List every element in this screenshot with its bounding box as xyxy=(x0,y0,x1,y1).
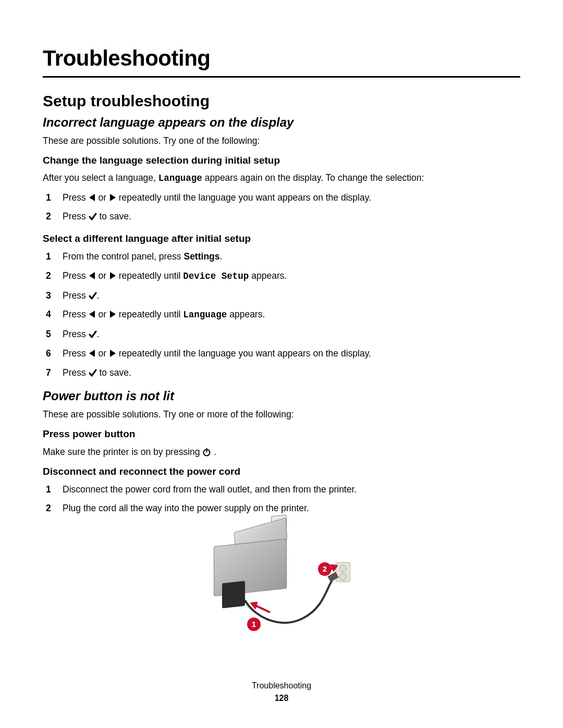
svg-marker-5 xyxy=(110,311,116,318)
text: appears. xyxy=(227,309,265,319)
svg-marker-3 xyxy=(110,272,116,279)
step-item: 4 Press or repeatedly until Language app… xyxy=(57,309,520,321)
step-item: 2 Plug the cord all the way into the pow… xyxy=(57,502,520,514)
check-icon xyxy=(89,369,97,377)
svg-marker-4 xyxy=(89,311,95,318)
right-arrow-icon xyxy=(109,193,116,202)
step-number: 6 xyxy=(46,348,51,360)
step-number: 2 xyxy=(46,211,51,223)
text: appears again on the display. To change … xyxy=(202,172,424,183)
text: Make sure the printer is on by pressing xyxy=(43,447,202,457)
text: Press xyxy=(63,348,89,359)
svg-marker-1 xyxy=(110,194,116,201)
power-module-shape xyxy=(222,581,245,609)
step-number: 4 xyxy=(46,309,51,320)
power-cord-shape xyxy=(245,572,349,629)
step-item: 5 Press . xyxy=(57,328,520,340)
step-item: 1 From the control panel, press Settings… xyxy=(57,251,520,263)
text: . xyxy=(97,329,100,339)
text: Plug the cord all the way into the power… xyxy=(63,503,309,513)
step-number: 1 xyxy=(46,251,51,263)
step-item: 2 Press to save. xyxy=(57,211,520,223)
topic-intro: These are possible solutions. Try one of… xyxy=(43,135,520,147)
step-list: 1 Disconnect the power cord from the wal… xyxy=(43,484,520,515)
svg-marker-0 xyxy=(89,194,95,201)
text: Press xyxy=(63,192,89,203)
text: Press xyxy=(63,290,89,301)
text: appears. xyxy=(249,270,287,281)
text: Disconnect the power cord from the wall … xyxy=(63,484,357,495)
chapter-title: Troubleshooting xyxy=(43,46,520,71)
text: or xyxy=(96,270,109,281)
body-text: Make sure the printer is on by pressing … xyxy=(43,446,520,459)
topic-heading-power: Power button is not lit xyxy=(43,389,520,403)
text: Press xyxy=(63,309,89,319)
step-item: 2 Press or repeatedly until Device Setup… xyxy=(57,270,520,282)
step-number: 1 xyxy=(46,484,51,496)
sub-heading-disconnect: Disconnect and reconnect the power cord xyxy=(43,466,520,477)
text: or xyxy=(96,192,109,203)
footer-title: Troubleshooting xyxy=(0,681,563,690)
step-number: 5 xyxy=(46,328,51,340)
text: . xyxy=(97,290,100,301)
text: After you select a language, xyxy=(43,172,158,183)
text: Press xyxy=(63,329,89,339)
check-icon xyxy=(89,292,97,300)
callout-badge-2: 2 xyxy=(318,562,332,576)
illustration-wrap: 1 2 xyxy=(43,525,520,636)
text: Press xyxy=(63,367,89,378)
text: repeatedly until xyxy=(116,309,183,319)
topic-intro: These are possible solutions. Try one or… xyxy=(43,409,520,421)
sub-heading-change-language: Change the language selection during ini… xyxy=(43,155,520,166)
text: From the control panel, press xyxy=(63,251,183,262)
sub-heading-press-power: Press power button xyxy=(43,428,520,440)
left-arrow-icon xyxy=(89,310,96,318)
svg-marker-6 xyxy=(89,350,95,357)
mono-text: Device Setup xyxy=(183,271,249,281)
printer-illustration: 1 2 xyxy=(203,525,360,634)
check-icon xyxy=(89,213,97,221)
power-icon xyxy=(202,448,211,456)
right-arrow-icon xyxy=(109,349,116,357)
step-list: 1 From the control panel, press Settings… xyxy=(43,251,520,378)
text: to save. xyxy=(97,211,131,221)
topic-heading-language: Incorrect language appears on the displa… xyxy=(43,115,520,130)
step-number: 7 xyxy=(46,367,51,379)
right-arrow-icon xyxy=(109,310,116,318)
step-item: 7 Press to save. xyxy=(57,367,520,379)
section-heading: Setup troubleshooting xyxy=(43,92,520,110)
right-arrow-icon xyxy=(109,272,116,280)
step-number: 2 xyxy=(46,270,51,282)
lead-in-text: After you select a language, Language ap… xyxy=(43,172,520,183)
text: Press xyxy=(63,270,89,281)
text: to save. xyxy=(97,367,131,378)
step-item: 1 Press or repeatedly until the language… xyxy=(57,192,520,204)
step-item: 1 Disconnect the power cord from the wal… xyxy=(57,484,520,496)
step-item: 6 Press or repeatedly until the language… xyxy=(57,348,520,360)
text: repeatedly until xyxy=(116,270,183,281)
sub-heading-select-language: Select a different language after initia… xyxy=(43,233,520,244)
step-number: 1 xyxy=(46,192,51,204)
text: repeatedly until the language you want a… xyxy=(116,348,371,359)
text: . xyxy=(211,447,216,457)
svg-marker-12 xyxy=(250,602,258,609)
text: Press xyxy=(63,211,89,221)
check-icon xyxy=(89,330,97,339)
bold-text: Settings xyxy=(183,251,219,262)
step-item: 3 Press . xyxy=(57,290,520,302)
svg-marker-2 xyxy=(89,272,95,279)
left-arrow-icon xyxy=(89,193,96,202)
red-arrow-1-icon xyxy=(250,602,271,614)
mono-text: Language xyxy=(158,173,202,183)
text: or xyxy=(96,348,109,359)
horizontal-rule xyxy=(43,76,520,78)
left-arrow-icon xyxy=(89,272,96,280)
page-number: 128 xyxy=(0,694,563,703)
text: . xyxy=(220,251,223,262)
svg-marker-7 xyxy=(110,350,116,357)
left-arrow-icon xyxy=(89,349,96,357)
text: repeatedly until the language you want a… xyxy=(116,192,371,203)
callout-badge-1: 1 xyxy=(247,618,261,631)
mono-text: Language xyxy=(183,310,227,320)
step-number: 3 xyxy=(46,290,51,302)
